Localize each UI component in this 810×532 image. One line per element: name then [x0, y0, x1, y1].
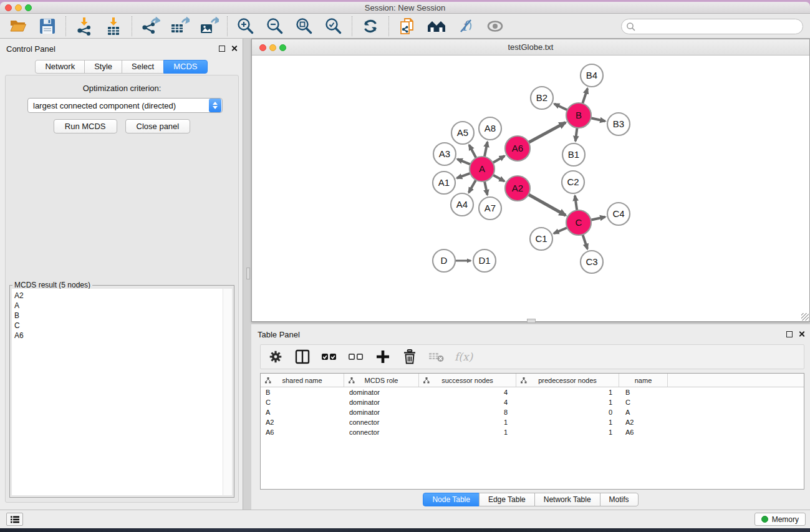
float-panel-icon[interactable]	[219, 46, 225, 52]
graph-node-B4[interactable]: B4	[581, 64, 603, 87]
graph-node-D[interactable]: D	[433, 249, 455, 272]
gear-icon[interactable]	[267, 348, 284, 365]
table-row[interactable]: A6connector11A6	[261, 427, 804, 437]
graph-node-A7[interactable]: A7	[479, 197, 501, 220]
graph-node-B[interactable]: B	[566, 103, 591, 128]
graph-node-C1[interactable]: C1	[530, 228, 552, 250]
zoom-fit-icon[interactable]	[294, 16, 314, 36]
shared-column-icon	[521, 377, 527, 384]
graph-node-A5[interactable]: A5	[451, 122, 474, 144]
memory-button[interactable]: Memory	[755, 513, 806, 526]
mcds-result-item[interactable]: A6	[14, 331, 232, 341]
vertical-splitter-grip[interactable]	[246, 268, 250, 279]
tab-mcds[interactable]: MCDS	[163, 60, 207, 74]
show-all-views-icon[interactable]	[427, 16, 446, 36]
table-row[interactable]: Cdominator41C	[261, 397, 804, 407]
close-panel-button[interactable]: Close panel	[125, 119, 191, 133]
column-header-shared-name[interactable]: shared name	[261, 374, 344, 387]
svg-text:C4: C4	[612, 208, 624, 219]
delete-icon[interactable]	[401, 348, 418, 365]
delete-table-icon[interactable]	[428, 348, 445, 365]
minimize-window-button[interactable]	[15, 4, 22, 11]
graph-node-B3[interactable]: B3	[607, 113, 630, 135]
zoom-window-button[interactable]	[25, 4, 32, 11]
import-table-icon[interactable]	[104, 16, 123, 36]
workspace: Control Panel Network Style Select MCDS …	[0, 39, 810, 510]
tab-motifs[interactable]: Motifs	[600, 493, 639, 506]
graph-node-C4[interactable]: C4	[607, 203, 630, 225]
network-zoom-button[interactable]	[279, 44, 286, 51]
network-window-titlebar[interactable]: testGlobe.txt	[252, 39, 809, 56]
tab-style[interactable]: Style	[84, 60, 122, 74]
select-all-icon[interactable]	[321, 348, 338, 365]
unselect-all-icon[interactable]	[347, 348, 365, 365]
main-toolbar: f	[0, 14, 810, 39]
graph-node-A3[interactable]: A3	[433, 143, 456, 165]
hide-graphics-details-icon[interactable]: f	[456, 16, 476, 36]
mcds-result-item[interactable]: A2	[14, 291, 232, 301]
graph-node-A6[interactable]: A6	[505, 136, 530, 161]
birds-eye-icon[interactable]	[485, 16, 505, 36]
graph-node-B2[interactable]: B2	[531, 87, 553, 109]
mcds-result-item[interactable]: B	[14, 311, 232, 321]
table-row[interactable]: Adominator80A	[261, 407, 804, 417]
export-image-icon[interactable]	[199, 16, 219, 36]
graph-node-A1[interactable]: A1	[433, 172, 455, 194]
app-titlebar[interactable]: Session: New Session	[0, 2, 810, 14]
tab-edge-table[interactable]: Edge Table	[479, 493, 535, 506]
columns-icon[interactable]	[294, 348, 311, 365]
table-row[interactable]: A2connector11A2	[261, 417, 804, 427]
import-network-icon[interactable]	[74, 16, 94, 36]
dropdown-chevrons-icon	[209, 99, 221, 112]
optimization-criterion-dropdown[interactable]: largest connected component (directed)	[27, 98, 223, 113]
network-close-button[interactable]	[259, 44, 266, 51]
svg-text:A5: A5	[457, 127, 468, 138]
export-table-icon[interactable]	[170, 16, 190, 36]
column-header-predecessor-nodes[interactable]: predecessor nodes	[516, 374, 619, 387]
zoom-in-icon[interactable]	[236, 16, 256, 36]
open-icon[interactable]	[8, 16, 28, 36]
graph-node-D1[interactable]: D1	[473, 249, 496, 272]
window-resize-grip[interactable]	[801, 313, 809, 321]
graph-node-B1[interactable]: B1	[562, 143, 585, 166]
svg-text:D: D	[441, 255, 448, 266]
run-mcds-button[interactable]: Run MCDS	[54, 119, 117, 133]
tab-network[interactable]: Network	[35, 60, 85, 74]
zoom-out-icon[interactable]	[265, 16, 285, 36]
tab-node-table[interactable]: Node Table	[423, 493, 480, 506]
mcds-result-item[interactable]: C	[14, 321, 232, 331]
graph-node-A2[interactable]: A2	[505, 176, 530, 201]
network-minimize-button[interactable]	[269, 44, 276, 51]
search-input[interactable]	[636, 21, 803, 33]
tab-network-table[interactable]: Network Table	[534, 493, 600, 506]
task-history-button[interactable]	[6, 513, 23, 526]
graph-node-C[interactable]: C	[566, 210, 591, 235]
add-column-icon[interactable]	[374, 348, 392, 365]
horizontal-splitter-grip[interactable]	[527, 319, 536, 323]
table-row[interactable]: Bdominator41B	[261, 387, 804, 397]
mcds-result-scrollbar[interactable]	[223, 289, 232, 495]
mcds-result-item[interactable]: A	[14, 301, 232, 311]
float-panel-icon[interactable]	[786, 331, 793, 337]
column-header-name[interactable]: name	[619, 374, 668, 387]
graph-node-A4[interactable]: A4	[451, 193, 473, 216]
function-builder-icon[interactable]: f(x)	[455, 351, 473, 363]
close-panel-icon[interactable]	[798, 331, 805, 337]
close-window-button[interactable]	[5, 4, 12, 11]
graph-node-C3[interactable]: C3	[581, 251, 603, 273]
graph-node-C2[interactable]: C2	[562, 171, 584, 193]
tab-select[interactable]: Select	[122, 60, 164, 74]
column-header-successor-nodes[interactable]: successor nodes	[419, 374, 516, 387]
refresh-icon[interactable]	[360, 16, 380, 36]
clone-network-icon[interactable]	[397, 16, 417, 36]
svg-text:C1: C1	[535, 233, 547, 244]
export-network-icon[interactable]	[140, 16, 160, 36]
close-panel-icon[interactable]	[231, 45, 238, 52]
svg-text:A2: A2	[512, 183, 523, 193]
graph-node-A[interactable]: A	[470, 157, 494, 181]
network-canvas[interactable]: AA1A2A3A4A5A6A7A8BB1B2B3B4CC1C2C3C4DD1	[252, 56, 809, 321]
column-header-mcds-role[interactable]: MCDS role	[344, 374, 419, 387]
graph-node-A8[interactable]: A8	[479, 117, 501, 140]
save-icon[interactable]	[37, 16, 57, 36]
zoom-selected-icon[interactable]	[324, 16, 344, 36]
